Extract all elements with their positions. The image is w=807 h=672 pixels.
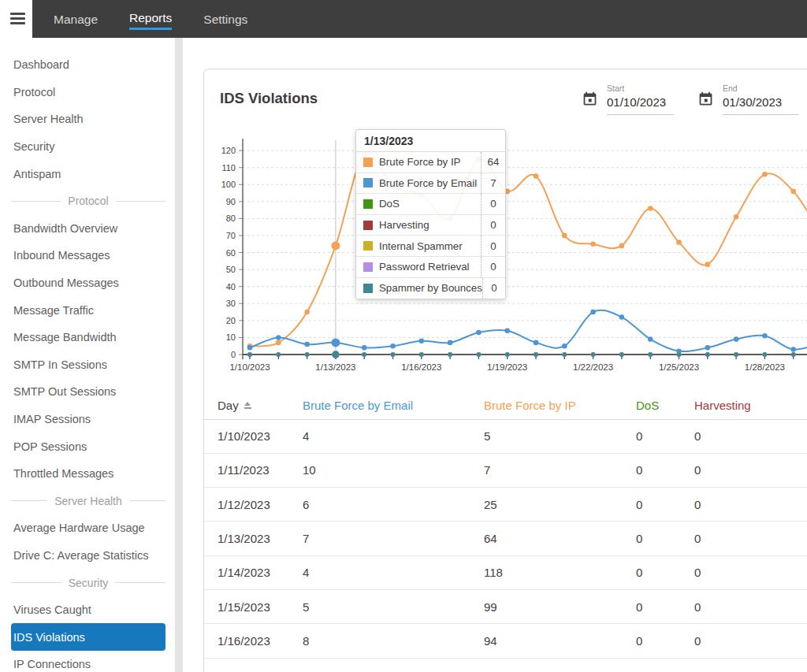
sidebar-item-antispam[interactable]: Antispam [11, 160, 165, 187]
column-header-dos[interactable]: DoS [636, 392, 694, 419]
table-cell: 0 [636, 555, 694, 589]
table-cell: 4 [303, 419, 484, 453]
sidebar-item-message-bandwidth[interactable]: Message Bandwidth [11, 324, 165, 351]
sidebar-item-inbound-messages[interactable]: Inbound Messages [11, 242, 165, 269]
sidebar-item-ids-violations[interactable]: IDS Violations [11, 623, 165, 651]
sidebar-scrollbar[interactable] [175, 38, 183, 672]
svg-text:90: 90 [226, 197, 236, 206]
series-value: 0 [481, 194, 505, 214]
series-value: 0 [481, 236, 505, 256]
table-cell: 0 [694, 419, 807, 453]
table-cell: 0 [694, 488, 807, 522]
column-header-brute-force-by-email[interactable]: Brute Force by Email [303, 392, 484, 419]
table-row: 1/14/2023411800 [204, 555, 807, 589]
series-swatch [363, 199, 373, 209]
svg-text:50: 50 [226, 265, 236, 274]
sidebar: DashboardProtocolServer HealthSecurityAn… [0, 38, 175, 672]
sidebar-item-outbound-messages[interactable]: Outbound Messages [11, 269, 165, 297]
column-header-day[interactable]: Day [204, 392, 303, 419]
sidebar-item-throttled-messages[interactable]: Throttled Messages [11, 460, 165, 488]
series-label: Harvesting [379, 219, 481, 231]
start-date-field[interactable]: Start 01/10/2023 [582, 84, 674, 115]
svg-text:120: 120 [221, 146, 236, 155]
table-cell: 1/14/2023 [204, 555, 303, 589]
table-cell: 4 [303, 555, 484, 589]
table-cell: 0 [636, 419, 694, 453]
sidebar-item-smtp-in-sessions[interactable]: SMTP In Sessions [11, 351, 165, 379]
svg-text:1/22/2023: 1/22/2023 [573, 362, 613, 372]
table-cell: 64 [484, 522, 636, 555]
table-cell: 25 [484, 488, 636, 522]
sidebar-item-protocol[interactable]: Protocol [11, 79, 165, 106]
series-value: 0 [482, 278, 505, 299]
svg-text:1/28/2023: 1/28/2023 [745, 362, 785, 372]
sidebar-item-ip-connections[interactable]: IP Connections [11, 651, 165, 672]
sidebar-item-pop-sessions[interactable]: POP Sessions [11, 433, 165, 460]
sidebar-item-security[interactable]: Security [11, 133, 165, 161]
table-row: 1/15/202359900 [204, 589, 807, 623]
svg-text:1/25/2023: 1/25/2023 [659, 362, 699, 372]
table-cell: 0 [694, 522, 807, 555]
calendar-icon [697, 91, 714, 107]
svg-text:10: 10 [226, 332, 236, 342]
menu-icon[interactable] [10, 13, 25, 24]
series-label: Spammer by Bounces [379, 282, 482, 294]
sidebar-item-imap-sessions[interactable]: IMAP Sessions [11, 406, 165, 433]
table-cell: 0 [636, 488, 694, 522]
column-header-brute-force-by-ip[interactable]: Brute Force by IP [484, 392, 636, 419]
tooltip-row: Harvesting0 [356, 215, 505, 236]
sort-ascending-icon [244, 402, 251, 409]
svg-text:70: 70 [226, 231, 236, 240]
table-cell: 1/11/2023 [204, 453, 303, 487]
nav-item-settings[interactable]: Settings [203, 9, 247, 29]
top-navbar: ManageReportsSettings [32, 0, 807, 38]
ids-violations-table: DayBrute Force by EmailBrute Force by IP… [204, 392, 807, 659]
start-date-value[interactable]: 01/10/2023 [607, 93, 674, 115]
svg-text:100: 100 [221, 180, 236, 189]
table-cell: 0 [694, 624, 807, 658]
report-card: IDS Violations Start 01/10/2023 End 01/3… [203, 69, 807, 672]
series-swatch [363, 178, 373, 187]
column-header-harvesting[interactable]: Harvesting [694, 392, 807, 419]
series-value: 0 [481, 215, 505, 236]
sidebar-item-viruses-caught[interactable]: Viruses Caught [11, 596, 165, 624]
calendar-icon [582, 91, 598, 107]
sidebar-item-average-hardware-usage[interactable]: Average Hardware Usage [11, 514, 165, 542]
series-label: Brute Force by Email [379, 177, 481, 189]
sidebar-item-server-health[interactable]: Server Health [11, 106, 165, 133]
table-cell: 0 [636, 589, 694, 623]
tooltip-row: Brute Force by Email7 [356, 173, 505, 195]
series-swatch [363, 221, 373, 230]
series-value: 7 [481, 173, 505, 194]
sidebar-item-dashboard[interactable]: Dashboard [11, 51, 165, 79]
series-label: DoS [379, 198, 481, 210]
sidebar-item-smtp-out-sessions[interactable]: SMTP Out Sessions [11, 378, 165, 406]
table-cell: 6 [303, 488, 484, 522]
svg-text:40: 40 [226, 282, 236, 291]
table-cell: 1/15/2023 [204, 589, 303, 623]
sidebar-item-drive-c-average-statistics[interactable]: Drive C: Average Statistics [11, 542, 165, 570]
end-date-value[interactable]: 01/30/2023 [723, 93, 798, 115]
svg-text:1/13/2023: 1/13/2023 [315, 362, 355, 372]
table-cell: 0 [694, 589, 807, 623]
table-cell: 0 [636, 522, 694, 555]
series-label: Brute Force by IP [379, 156, 481, 168]
end-date-label: End [723, 84, 798, 93]
table-cell: 118 [484, 555, 636, 589]
nav-item-manage[interactable]: Manage [54, 9, 98, 29]
series-swatch [363, 158, 373, 167]
svg-text:1/19/2023: 1/19/2023 [487, 362, 527, 372]
nav-item-reports[interactable]: Reports [129, 8, 172, 30]
tooltip-row: DoS0 [356, 194, 505, 215]
svg-text:1/10/2023: 1/10/2023 [229, 362, 270, 372]
series-swatch [363, 284, 373, 293]
sidebar-item-message-traffic[interactable]: Message Traffic [11, 296, 165, 324]
table-cell: 1/13/2023 [204, 522, 303, 555]
svg-text:0: 0 [231, 350, 236, 359]
end-date-field[interactable]: End 01/30/2023 [697, 84, 798, 115]
table-cell: 5 [484, 419, 636, 453]
sidebar-section-server-health: Server Health [11, 488, 165, 515]
sidebar-item-bandwidth-overview[interactable]: Bandwidth Overview [11, 215, 165, 243]
table-cell: 94 [484, 624, 636, 658]
svg-text:1/16/2023: 1/16/2023 [401, 362, 441, 372]
